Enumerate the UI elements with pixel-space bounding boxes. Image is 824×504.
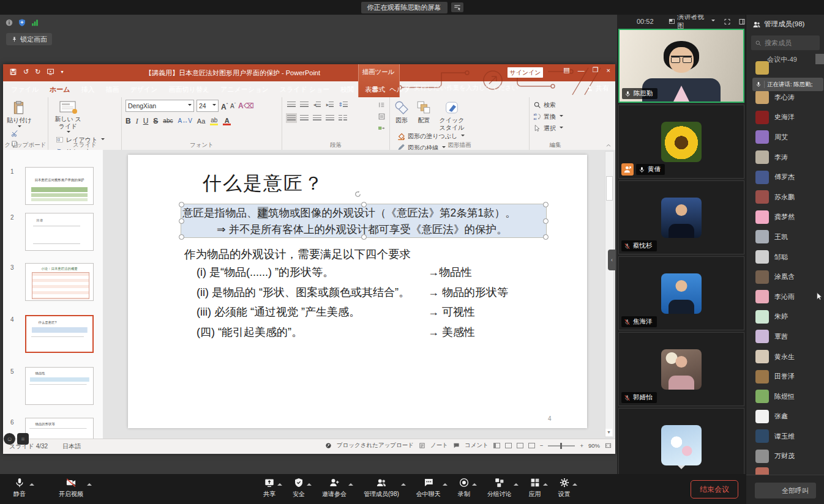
align-left-icon[interactable]: [286, 113, 297, 123]
selected-textbox[interactable]: 意匠是指物品、建筑物或图像的外观设计（《意匠法》第2条第1款）。 ⇒ 并不是所有…: [181, 204, 547, 238]
select-button[interactable]: 選択: [533, 123, 563, 133]
toolbar-button[interactable]: 分组讨论: [487, 477, 512, 498]
toolbar-button-options-icon[interactable]: [543, 481, 548, 486]
highlight-icon[interactable]: ab: [210, 116, 218, 125]
ppt-share-button[interactable]: 共有: [586, 84, 609, 93]
zoom-slider[interactable]: [548, 445, 575, 447]
start-video-button[interactable]: 开启视频: [59, 477, 83, 498]
ribbon-tab[interactable]: ファイル: [6, 81, 44, 97]
numbering-icon[interactable]: [299, 100, 310, 109]
video-options-icon[interactable]: [87, 481, 92, 486]
video-tile[interactable]: 蔡忱杉: [618, 180, 744, 254]
sidebar-toggle-icon[interactable]: [738, 18, 746, 26]
change-case-icon[interactable]: Aa: [197, 117, 205, 125]
toolbar-button-options-icon[interactable]: [401, 481, 406, 486]
blocked-upload-label[interactable]: ブロックされたアップロード: [337, 442, 414, 450]
scroll-more-icon[interactable]: [678, 465, 685, 473]
arrange-button[interactable]: 配置: [416, 100, 432, 124]
sign-in-button[interactable]: サインイン: [508, 67, 543, 78]
outdent-icon[interactable]: ◂: [312, 100, 323, 109]
member-list[interactable]: 李心涛 史海洋 周艾 李涛 傅罗杰 苏永鹏: [746, 87, 824, 466]
call-all-button[interactable]: 全部呼叫: [755, 483, 816, 498]
ribbon-tab-format[interactable]: 書式: [365, 81, 391, 97]
zoom-out-icon[interactable]: −: [540, 442, 544, 449]
member-row[interactable]: 万财茂: [746, 447, 824, 467]
member-row[interactable]: 苏永鹏: [746, 187, 824, 207]
zoom-level[interactable]: 90%: [588, 442, 600, 449]
slide-thumbnail[interactable]: 2 目录: [25, 213, 94, 251]
toolbar-button-options-icon[interactable]: [472, 481, 477, 486]
shapes-button[interactable]: 図形: [394, 100, 410, 124]
toolbar-button[interactable]: 安全: [293, 477, 305, 498]
info-icon[interactable]: [5, 18, 13, 27]
clear-format-icon[interactable]: A⌫: [238, 102, 254, 110]
restore-icon[interactable]: ❐: [593, 66, 599, 74]
member-row[interactable]: 傅罗杰: [746, 167, 824, 187]
slide-thumbnail[interactable]: 6 物品的形状等: [25, 418, 94, 439]
save-icon[interactable]: [9, 68, 17, 76]
member-row[interactable]: 陈煜恒: [746, 387, 824, 407]
member-row[interactable]: 李沁雨: [746, 287, 824, 307]
toolbar-button[interactable]: 设置: [558, 477, 571, 498]
end-meeting-button[interactable]: 结束会议: [691, 480, 738, 498]
redo-icon[interactable]: ↻: [35, 68, 40, 76]
ribbon-display-icon[interactable]: ▤: [563, 66, 569, 74]
member-row[interactable]: 龚梦然: [746, 207, 824, 228]
ribbon-tab[interactable]: 画面切り替え: [163, 81, 215, 97]
ribbon-tab[interactable]: アニメーション: [215, 81, 274, 97]
collapse-ribbon-icon[interactable]: [605, 143, 612, 149]
banner-options-icon[interactable]: [451, 2, 463, 12]
ribbon-tab[interactable]: 挿入: [76, 81, 100, 97]
member-row[interactable]: 张鑫: [746, 407, 824, 427]
underline-icon[interactable]: U: [143, 117, 149, 125]
scrollbar-thumb[interactable]: [606, 176, 613, 201]
undo-icon[interactable]: ↺: [23, 68, 29, 76]
start-slideshow-icon[interactable]: [47, 68, 54, 76]
align-right-icon[interactable]: [312, 113, 323, 123]
align-center-icon[interactable]: [299, 113, 310, 123]
resize-handle[interactable]: [179, 234, 184, 240]
toolbar-button[interactable]: 应用: [529, 477, 541, 498]
minimize-icon[interactable]: —: [578, 67, 585, 74]
emoji-panel-icon[interactable]: ⌗: [17, 433, 29, 445]
toolbar-button[interactable]: 管理成员(98): [364, 477, 399, 498]
tab-stub[interactable]: [815, 54, 824, 64]
reaction-widget-icon[interactable]: ☺: [4, 433, 15, 445]
language-indicator[interactable]: 日本語: [62, 442, 81, 451]
resize-handle[interactable]: [543, 218, 549, 224]
ribbon-tab[interactable]: 校閲: [335, 81, 359, 97]
toolbar-button[interactable]: 录制: [458, 477, 470, 498]
toolbar-button[interactable]: 共享: [263, 477, 275, 498]
member-row[interactable]: 田誉泽: [746, 366, 824, 387]
cut-icon[interactable]: [10, 129, 19, 138]
ribbon-tab[interactable]: デザイン: [125, 81, 163, 97]
member-row[interactable]: 覃茜: [746, 327, 824, 347]
new-slide-button[interactable]: 新しい スライド: [52, 100, 84, 135]
toolbar-button-options-icon[interactable]: [572, 481, 577, 486]
comments-button[interactable]: コメント: [465, 442, 489, 450]
lock-screen-button[interactable]: 锁定画面: [6, 33, 52, 45]
toolbar-button[interactable]: 会中聊天: [416, 477, 441, 498]
find-button[interactable]: 検索: [533, 100, 563, 110]
member-row[interactable]: 谭玉维: [746, 426, 824, 447]
font-name-select[interactable]: DengXian: [125, 100, 194, 112]
toolbar-button-options-icon[interactable]: [277, 481, 282, 486]
member-row[interactable]: 朱婷: [746, 307, 824, 327]
mute-button[interactable]: 静音: [13, 477, 26, 498]
video-tile[interactable]: 陈思勤: [618, 29, 744, 103]
member-row[interactable]: 史海洋: [746, 108, 824, 128]
zoom-in-icon[interactable]: +: [580, 442, 583, 449]
replace-button[interactable]: abac置換: [533, 111, 563, 122]
resize-handle[interactable]: [361, 202, 367, 207]
scroll-down-icon[interactable]: ▼: [605, 429, 612, 436]
align-text-icon[interactable]: [378, 111, 386, 122]
member-row[interactable]: 涂凰含: [746, 267, 824, 287]
bold-icon[interactable]: B: [125, 117, 131, 125]
ribbon-tab[interactable]: ホーム: [44, 81, 76, 97]
slide-canvas[interactable]: 什么是意匠？ 意匠是指物品、建筑物或图像的外观设计（《意匠法》第2条第1款）。 …: [128, 155, 587, 428]
shield-icon[interactable]: [18, 18, 26, 27]
resize-handle[interactable]: [179, 218, 184, 224]
slide-thumbnail-panel[interactable]: 1 日本意匠法对图形用户界面的保护 2 目录: [3, 150, 103, 439]
toolbar-button-options-icon[interactable]: [514, 481, 519, 486]
mute-options-icon[interactable]: [29, 481, 34, 486]
